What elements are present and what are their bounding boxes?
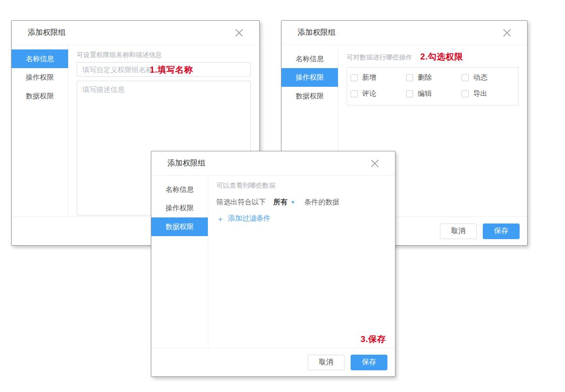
operation-checkbox-group: 新增 删除 动态 评论 编辑: [347, 67, 519, 105]
filter-condition-row: 筛选出符合以下 所有 ▼ 条件的数据: [216, 198, 386, 207]
plus-icon: ＋: [216, 215, 224, 222]
tab-operation-permissions[interactable]: 操作权限: [281, 68, 338, 87]
checkbox[interactable]: [406, 74, 413, 81]
dialog-header: 添加权限组: [281, 21, 527, 45]
section-hint: 可以查看到哪些数据: [216, 182, 386, 190]
filter-suffix-label: 条件的数据: [304, 198, 340, 207]
checkbox[interactable]: [351, 90, 358, 97]
dialog-footer: 取消 保存: [151, 348, 395, 376]
dialog-title: 添加权限组: [298, 28, 335, 37]
dialog-sidebar: 名称信息 操作权限 数据权限: [151, 176, 208, 348]
dropdown-arrow-icon: ▼: [291, 200, 295, 205]
save-button[interactable]: 保存: [483, 223, 520, 239]
close-icon[interactable]: [502, 28, 512, 38]
tab-name-info[interactable]: 名称信息: [151, 180, 208, 199]
section-hint: 可对数据进行哪些操作: [347, 53, 412, 62]
tab-data-permissions[interactable]: 数据权限: [12, 87, 68, 105]
tab-name-info[interactable]: 名称信息: [281, 49, 338, 68]
annotation-step-2: 2.勾选权限: [420, 51, 463, 63]
save-button[interactable]: 保存: [351, 355, 387, 370]
add-filter-condition-link[interactable]: ＋ 添加过滤条件: [216, 214, 270, 223]
data-permissions-panel: 可以查看到哪些数据 筛选出符合以下 所有 ▼ 条件的数据 ＋ 添加过滤条件: [208, 176, 395, 348]
name-input-wrap: 1.填写名称: [77, 62, 251, 77]
add-filter-label: 添加过滤条件: [228, 214, 270, 223]
filter-prefix-label: 筛选出符合以下: [216, 198, 266, 207]
dialog-body: 名称信息 操作权限 数据权限 可以查看到哪些数据 筛选出符合以下 所有 ▼ 条件…: [151, 176, 395, 348]
section-hint: 可设置权限组名称和描述信息: [77, 51, 251, 59]
dialog-title: 添加权限组: [167, 158, 205, 168]
close-icon[interactable]: [234, 28, 244, 38]
checkbox-item-export[interactable]: 导出: [462, 89, 517, 98]
dialog-add-permission-group-data: 添加权限组 名称信息 操作权限 数据权限 可以查看到哪些数据 筛选出符合以下 所…: [151, 151, 396, 377]
checkbox-item-add[interactable]: 新增: [351, 73, 406, 82]
permission-group-name-input[interactable]: [77, 62, 251, 77]
tab-operation-permissions[interactable]: 操作权限: [12, 68, 68, 87]
checkbox-item-dynamic[interactable]: 动态: [462, 73, 517, 82]
checkbox[interactable]: [406, 90, 413, 97]
annotation-step-3: 3.保存: [361, 333, 386, 345]
tab-name-info[interactable]: 名称信息: [12, 49, 68, 68]
tab-data-permissions[interactable]: 数据权限: [151, 217, 208, 236]
close-icon[interactable]: [370, 158, 380, 169]
dialog-header: 添加权限组: [12, 21, 259, 45]
checkbox-item-delete[interactable]: 删除: [406, 73, 462, 82]
checkbox[interactable]: [351, 74, 358, 81]
dialog-sidebar: 名称信息 操作权限 数据权限: [12, 45, 69, 216]
tab-data-permissions[interactable]: 数据权限: [281, 87, 338, 105]
hint-row: 可对数据进行哪些操作 2.勾选权限: [347, 51, 519, 63]
checkbox-item-comment[interactable]: 评论: [351, 89, 406, 98]
dialog-header: 添加权限组: [151, 151, 395, 176]
checkbox[interactable]: [462, 74, 469, 81]
cancel-button[interactable]: 取消: [440, 223, 477, 239]
tab-operation-permissions[interactable]: 操作权限: [151, 199, 208, 217]
checkbox-item-edit[interactable]: 编辑: [406, 89, 462, 98]
filter-scope-value: 所有: [273, 198, 288, 207]
cancel-button[interactable]: 取消: [308, 355, 345, 370]
filter-scope-dropdown[interactable]: 所有 ▼: [273, 198, 295, 207]
dialog-title: 添加权限组: [28, 28, 66, 37]
checkbox[interactable]: [462, 90, 469, 97]
